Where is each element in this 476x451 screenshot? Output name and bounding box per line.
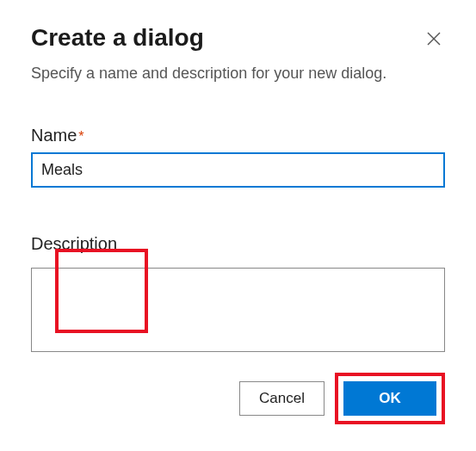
description-label: Description bbox=[31, 234, 117, 254]
dialog-title: Create a dialog bbox=[31, 24, 204, 52]
ok-button[interactable]: OK bbox=[343, 381, 436, 416]
description-input[interactable] bbox=[31, 268, 445, 352]
close-button[interactable] bbox=[423, 28, 445, 53]
ok-highlight-annotation: OK bbox=[335, 373, 445, 424]
name-label: Name bbox=[31, 126, 77, 145]
required-indicator: * bbox=[78, 129, 83, 144]
cancel-button[interactable]: Cancel bbox=[239, 381, 325, 416]
name-input[interactable] bbox=[31, 152, 445, 188]
close-icon bbox=[426, 31, 442, 46]
dialog-subtitle: Specify a name and description for your … bbox=[31, 65, 445, 83]
